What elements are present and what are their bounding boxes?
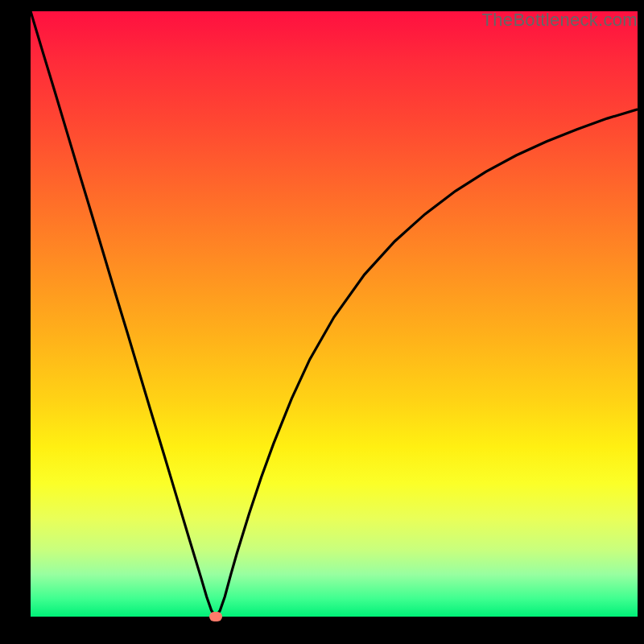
optimum-marker <box>209 612 222 621</box>
chart-frame: TheBottleneck.com <box>0 11 644 644</box>
curve-svg <box>31 11 638 617</box>
plot-area <box>31 11 638 617</box>
watermark-text: TheBottleneck.com <box>482 10 638 31</box>
bottleneck-curve <box>31 11 638 617</box>
